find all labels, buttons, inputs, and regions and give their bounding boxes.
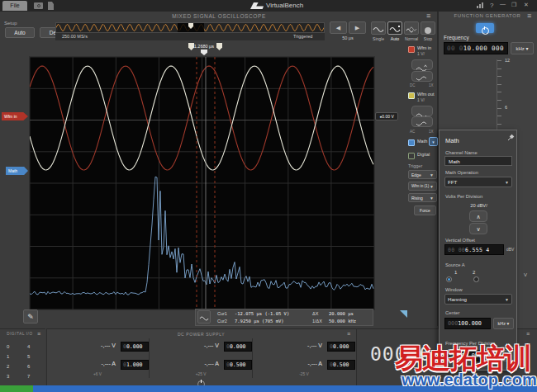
trigger-section-label: Trigger	[408, 163, 422, 168]
wfm-in-checkbox[interactable]	[408, 46, 415, 53]
dio-line-2[interactable]: 2	[7, 364, 9, 369]
channel-name-input[interactable]: Math	[444, 156, 512, 166]
mso-menu-icon[interactable]: ≡	[426, 12, 430, 20]
center-unit-dropdown[interactable]: kHz ▾	[493, 318, 514, 329]
timebase-decrease-button[interactable]: ◀	[330, 21, 347, 34]
watermark-url: www.edatop.com	[402, 371, 537, 390]
vpd-label: Volts Per Division	[445, 194, 482, 199]
stop-button[interactable]	[421, 21, 435, 35]
wfm-out-atten[interactable]: 1X	[429, 130, 434, 134]
frequency-display[interactable]: 00 010.000 000	[444, 42, 508, 54]
maximize-icon[interactable]: ❐	[511, 2, 516, 8]
wave-down-icon	[416, 121, 429, 129]
vpd-down-button[interactable]: ∨	[469, 223, 487, 234]
vertical-offset-display[interactable]: 00 006.555 4	[444, 244, 504, 255]
vpd-up-button[interactable]: ∧	[469, 210, 487, 222]
close-icon[interactable]: ✕	[524, 2, 529, 8]
fgen-menu-icon[interactable]: ≡	[527, 12, 531, 20]
window-label: Window	[445, 287, 463, 292]
pin-icon[interactable]	[507, 134, 515, 141]
wfm-out-scale-up-button[interactable]	[411, 106, 433, 116]
source-2-radio[interactable]	[473, 276, 479, 282]
math-marker[interactable]: Math	[6, 167, 28, 175]
scope-display[interactable]	[29, 56, 375, 310]
wfm-in-scale-up-button[interactable]	[411, 59, 433, 70]
normal-button[interactable]	[404, 21, 419, 35]
sample-rate: 250.00 MS/s	[62, 34, 88, 39]
dio-line-3[interactable]: 3	[7, 374, 9, 379]
wfm-in-scale-down-button[interactable]	[411, 71, 433, 82]
level-badge[interactable]: ●0.00 V	[375, 112, 398, 120]
dio-line-1[interactable]: 1	[7, 354, 9, 359]
math-settings-button[interactable]: ▾	[429, 137, 438, 146]
dc-power-menu-icon[interactable]: ≡	[347, 330, 350, 338]
dio-line-4[interactable]: 4	[27, 344, 30, 349]
fgen-title: FUNCTION GENERATOR	[438, 13, 537, 18]
bottom-green-strip	[0, 385, 33, 392]
timebase-value: 50 µs	[330, 35, 366, 40]
chevron-down-icon: ▼	[505, 297, 509, 302]
dc3-v-readout: -,--- V	[276, 342, 322, 348]
wfm-in-atten[interactable]: 1X	[429, 83, 434, 87]
scope-waveforms	[30, 57, 374, 309]
sine-icon	[373, 26, 384, 34]
wfm-out-coupling[interactable]: AC	[410, 130, 415, 134]
single-label: Single	[371, 36, 386, 41]
digital-checkbox[interactable]	[408, 153, 415, 159]
math-checkbox[interactable]	[408, 139, 415, 146]
trigger-slope-dropdown[interactable]: Rising▼	[408, 193, 437, 202]
acquisition-preview[interactable]	[55, 22, 325, 33]
auto-button[interactable]	[387, 21, 402, 35]
wfm-in-marker[interactable]: Wfm in	[2, 112, 28, 120]
dio-line-5[interactable]: 5	[27, 354, 30, 359]
timebase-increase-button[interactable]: ▶	[349, 21, 366, 34]
collapse-triangle-icon[interactable]	[400, 310, 407, 318]
vertical-offset-unit: dBV	[506, 247, 514, 252]
network-icon[interactable]	[477, 2, 484, 8]
force-trigger-button[interactable]: Force	[414, 205, 436, 215]
math-operation-dropdown[interactable]: FFT▼	[444, 177, 512, 187]
dc3-rail-label: -25 V	[253, 372, 355, 376]
source-1-radio[interactable]	[446, 276, 452, 282]
vertical-offset-label: Vertical Offset	[445, 238, 475, 243]
annotate-button[interactable]: ✎	[23, 309, 38, 324]
waves-icon	[406, 26, 417, 34]
chevron-down-icon: ▼	[505, 180, 509, 185]
dio-line-0[interactable]: 0	[7, 344, 9, 349]
dc2-a-setpoint[interactable]: 00.500	[224, 360, 252, 370]
dmm-menu-icon[interactable]: ≡	[526, 330, 530, 338]
wfm-out-checkbox[interactable]	[408, 92, 415, 99]
dc1-v-setpoint[interactable]: 00.000	[121, 342, 149, 352]
window-dropdown[interactable]: Hanning▼	[444, 294, 512, 305]
cursor-source-button[interactable]	[197, 310, 211, 324]
wfm-out-scale-down-button[interactable]	[411, 116, 433, 127]
dc1-a-setpoint[interactable]: 01.000	[121, 360, 149, 370]
digital-io-menu-icon[interactable]: ≡	[37, 330, 40, 338]
dc2-v-setpoint[interactable]: 00.000	[224, 342, 252, 352]
source-a-label: Source A	[445, 262, 465, 267]
trigger-type-dropdown[interactable]: Edge▼	[408, 170, 437, 179]
frequency-unit-dropdown[interactable]: kHz ▾	[511, 42, 534, 54]
camera-icon[interactable]	[34, 2, 43, 9]
dio-line-7[interactable]: 7	[27, 374, 30, 379]
cur2-stat: 1/ΔX	[312, 319, 322, 324]
dio-line-6[interactable]: 6	[27, 364, 30, 369]
wave-down-icon	[416, 76, 429, 83]
cur2-stat-value: 50.000 kHz	[329, 319, 356, 324]
auto-setup-button[interactable]: Auto	[5, 27, 35, 38]
single-button[interactable]	[371, 21, 386, 35]
help-icon[interactable]: ?	[490, 2, 493, 9]
dc3-v-setpoint[interactable]: 00.000	[327, 342, 355, 352]
file-menu[interactable]: File	[2, 1, 27, 11]
stop-label: Stop	[421, 36, 435, 41]
slider-tick-12: 12	[505, 58, 510, 63]
wfm-in-coupling[interactable]: DC	[410, 83, 416, 87]
center-label: Center	[445, 310, 459, 315]
center-display[interactable]: 000 100.000	[444, 318, 491, 329]
fgen-power-button[interactable]	[476, 23, 494, 33]
digital-io-title: DIGITAL I/O	[0, 332, 40, 336]
minimize-icon[interactable]: —	[500, 1, 506, 7]
dc3-a-setpoint[interactable]: 00.500	[327, 360, 355, 370]
trigger-source-dropdown[interactable]: Wfm in (1)▼	[408, 182, 437, 191]
stop-icon	[425, 27, 431, 34]
